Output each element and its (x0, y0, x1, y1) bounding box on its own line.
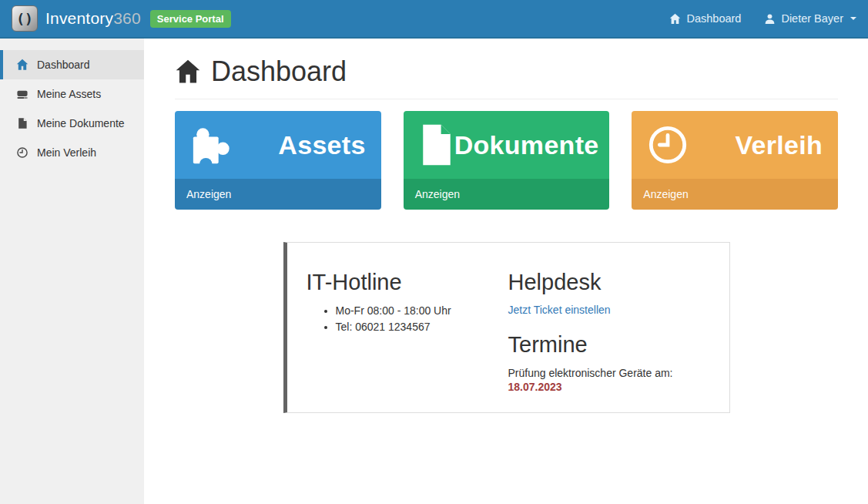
nav-dashboard-label: Dashboard (686, 12, 741, 25)
brand-name-secondary: 360 (113, 9, 141, 27)
card-verleih[interactable]: Verleih Anzeigen (632, 111, 838, 210)
home-icon (669, 13, 681, 25)
hdd-icon (16, 88, 28, 100)
card-assets-anzeigen-link[interactable]: Anzeigen (175, 179, 381, 210)
app-logo-icon: () (12, 5, 38, 32)
hotline-title: IT-Hotline (307, 270, 508, 295)
chevron-down-icon (850, 17, 856, 20)
hotline-hours: Mo-Fr 08:00 - 18:00 Uhr (336, 304, 508, 317)
card-assets-body: Assets (175, 111, 381, 179)
page-title-label: Dashboard (211, 55, 347, 88)
helpdesk-title: Helpdesk (508, 270, 710, 295)
document-icon (419, 123, 454, 166)
card-assets[interactable]: Assets Anzeigen (175, 111, 381, 210)
clock-icon (16, 146, 28, 159)
card-dokumente[interactable]: Dokumente Anzeigen (404, 111, 610, 210)
card-verleih-anzeigen-link[interactable]: Anzeigen (632, 179, 838, 210)
user-icon (764, 13, 776, 25)
sidebar-item-dashboard[interactable]: Dashboard (0, 50, 144, 79)
card-verleih-body: Verleih (632, 111, 838, 179)
hotline-column: IT-Hotline Mo-Fr 08:00 - 18:00 Uhr Tel: … (307, 254, 508, 393)
sidebar-item-label: Mein Verleih (37, 146, 96, 159)
home-icon (175, 59, 201, 85)
file-icon (16, 117, 28, 129)
sidebar: Dashboard Meine Assets Meine Dokumente (0, 39, 144, 504)
termine-text: Prüfung elektronischer Geräte am: (508, 367, 710, 379)
user-menu[interactable]: Dieter Bayer (764, 12, 856, 25)
card-title: Assets (278, 130, 365, 160)
user-name-label: Dieter Bayer (781, 12, 843, 25)
shortcut-cards-row: Assets Anzeigen Dokumente Anzeigen (175, 111, 838, 210)
sidebar-item-label: Dashboard (37, 59, 90, 71)
title-divider (175, 99, 838, 99)
main-content: Dashboard Assets Anzeigen (144, 39, 868, 504)
sidebar-item-meine-assets[interactable]: Meine Assets (0, 79, 144, 109)
hotline-list: Mo-Fr 08:00 - 18:00 Uhr Tel: 06021 12345… (307, 304, 508, 333)
top-navbar: () Inventory360 Service Portal Dashboard… (0, 0, 868, 39)
sidebar-item-label: Meine Dokumente (37, 117, 125, 129)
card-title: Verleih (735, 130, 823, 160)
nav-dashboard-link[interactable]: Dashboard (669, 12, 741, 25)
info-panel: IT-Hotline Mo-Fr 08:00 - 18:00 Uhr Tel: … (283, 242, 730, 413)
home-icon (16, 59, 28, 71)
puzzle-icon (190, 123, 233, 166)
card-title: Dokumente (454, 130, 599, 160)
sidebar-item-mein-verleih[interactable]: Mein Verleih (0, 138, 144, 167)
service-portal-badge: Service Portal (150, 10, 231, 28)
card-dokumente-anzeigen-link[interactable]: Anzeigen (404, 179, 610, 210)
termine-date: 18.07.2023 (508, 381, 710, 393)
sidebar-item-label: Meine Assets (37, 88, 101, 100)
card-dokumente-body: Dokumente (404, 111, 610, 179)
brand-title: Inventory360 (45, 9, 141, 28)
termine-title: Termine (508, 332, 710, 358)
page-title: Dashboard (175, 55, 838, 88)
clock-icon (647, 124, 689, 166)
create-ticket-link[interactable]: Jetzt Ticket einstellen (508, 304, 611, 316)
brand[interactable]: () Inventory360 Service Portal (12, 5, 231, 32)
hotline-phone: Tel: 06021 1234567 (336, 321, 508, 333)
helpdesk-column: Helpdesk Jetzt Ticket einstellen Termine… (508, 254, 710, 393)
sidebar-item-meine-dokumente[interactable]: Meine Dokumente (0, 109, 144, 138)
brand-name-primary: Inventory (45, 9, 113, 27)
